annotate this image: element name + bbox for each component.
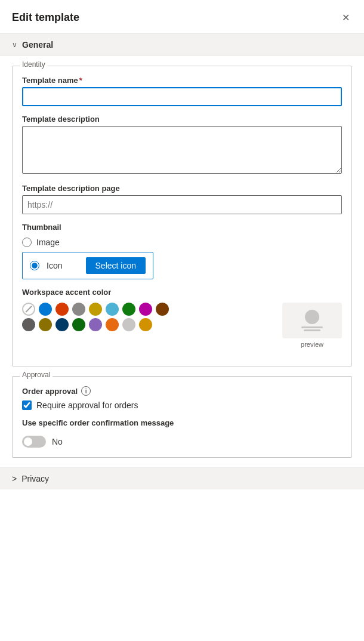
template-description-input[interactable] <box>22 126 342 174</box>
preview-box <box>282 303 342 338</box>
template-name-label: Template name* <box>22 76 342 85</box>
color-swatch-light-blue[interactable] <box>106 303 119 316</box>
template-name-group: Template name* <box>22 76 342 106</box>
icon-radio-label: Icon <box>47 261 79 270</box>
approval-legend: Approval <box>20 371 53 379</box>
select-icon-button[interactable]: Select icon <box>86 257 146 274</box>
dialog-header: Edit template ✕ <box>0 0 364 33</box>
color-swatch-green[interactable] <box>122 303 135 316</box>
icon-radio[interactable] <box>30 261 39 270</box>
thumbnail-label: Thumbnail <box>22 223 342 232</box>
color-swatch-peach[interactable] <box>106 318 119 331</box>
color-swatch-brown[interactable] <box>156 303 169 316</box>
general-accordion-header[interactable]: ∨ General <box>0 33 364 56</box>
require-approval-checkbox[interactable] <box>22 400 32 410</box>
close-icon: ✕ <box>342 12 350 23</box>
color-swatch-none[interactable] <box>22 303 35 316</box>
general-section-label: General <box>22 40 53 50</box>
color-row-2 <box>22 318 273 331</box>
color-swatch-silver[interactable] <box>122 318 135 331</box>
preview-avatar <box>305 310 319 324</box>
color-swatch-olive[interactable] <box>39 318 52 331</box>
specific-message-group: Use specific order confirmation message <box>22 418 342 427</box>
approval-section: Approval Order approval i Require approv… <box>12 376 352 458</box>
privacy-section-label: Privacy <box>21 474 49 483</box>
none-line <box>26 306 32 313</box>
require-approval-label: Require approval for orders <box>36 400 138 410</box>
color-swatch-gray[interactable] <box>72 303 85 316</box>
thumbnail-group: Thumbnail Image Icon Select icon Workspa… <box>22 223 342 348</box>
toggle-switch[interactable] <box>22 436 46 448</box>
chevron-right-icon: > <box>12 474 17 483</box>
order-approval-label: Order approval i <box>22 386 342 396</box>
template-description-group: Template description <box>22 115 342 175</box>
dialog-title: Edit template <box>12 11 79 24</box>
template-description-page-label: Template description page <box>22 184 342 193</box>
color-swatch-gold[interactable] <box>139 318 152 331</box>
image-radio-label: Image <box>36 238 60 247</box>
template-name-input[interactable] <box>22 87 342 106</box>
template-description-label: Template description <box>22 115 342 124</box>
color-swatch-purple[interactable] <box>89 318 102 331</box>
require-approval-row[interactable]: Require approval for orders <box>22 400 342 410</box>
close-button[interactable]: ✕ <box>340 10 352 26</box>
toggle-label: No <box>52 437 63 446</box>
preview-line-1 <box>301 326 323 328</box>
identity-legend: Identity <box>20 60 48 69</box>
color-swatch-magenta[interactable] <box>139 303 152 316</box>
color-swatch-yellow[interactable] <box>89 303 102 316</box>
icon-option-box[interactable]: Icon Select icon <box>22 252 153 279</box>
preview-column: preview <box>282 303 342 348</box>
color-palettes <box>22 303 273 334</box>
image-radio-option[interactable]: Image <box>22 238 342 247</box>
preview-line-2 <box>304 329 320 331</box>
color-row-1 <box>22 303 273 316</box>
toggle-row[interactable]: No <box>22 436 342 448</box>
preview-label: preview <box>301 341 323 348</box>
color-swatch-navy[interactable] <box>55 318 69 331</box>
required-star: * <box>79 76 82 85</box>
color-swatch-dark-green[interactable] <box>72 318 85 331</box>
thumbnail-row: preview <box>22 303 342 348</box>
workspace-accent-color-label: Workspace accent color <box>22 288 342 297</box>
color-swatch-blue[interactable] <box>39 303 52 316</box>
info-icon[interactable]: i <box>81 386 91 396</box>
toggle-knob <box>24 437 32 446</box>
color-swatch-orange[interactable] <box>55 303 69 316</box>
template-description-page-group: Template description page <box>22 184 342 214</box>
privacy-accordion-header[interactable]: > Privacy <box>0 467 364 489</box>
identity-section: Identity Template name* Template descrip… <box>12 66 352 366</box>
chevron-down-icon: ∨ <box>12 41 17 49</box>
image-radio[interactable] <box>22 238 32 247</box>
color-swatch-dark-gray[interactable] <box>22 318 35 331</box>
specific-message-label: Use specific order confirmation message <box>22 418 342 427</box>
preview-lines <box>301 326 323 331</box>
template-description-page-input[interactable] <box>22 195 342 214</box>
